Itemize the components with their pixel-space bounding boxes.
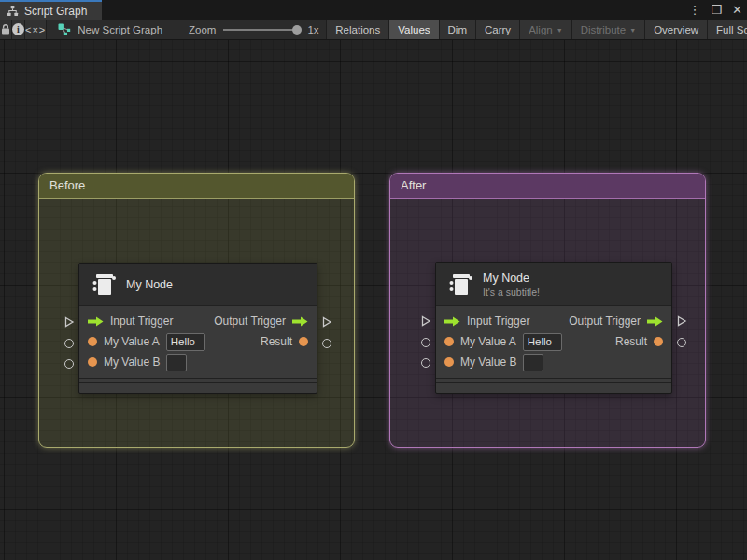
value-port-circle-icon bbox=[421, 338, 430, 347]
value-input-port-a[interactable] bbox=[420, 337, 431, 348]
node-header[interactable]: My Node bbox=[79, 264, 317, 306]
flow-out-arrow-icon[interactable] bbox=[647, 316, 663, 327]
zoom-slider-knob[interactable] bbox=[292, 25, 302, 35]
value-input-port-b[interactable] bbox=[420, 357, 431, 369]
relations-label: Relations bbox=[335, 24, 380, 35]
toolbar-graph-section: New Script Graph Zoom 1x bbox=[47, 20, 326, 39]
zoom-slider-track[interactable] bbox=[223, 29, 294, 31]
align-dropdown[interactable]: Align ▼ bbox=[519, 20, 571, 39]
node-body: Input Trigger Output Trigger My Value A … bbox=[79, 306, 317, 378]
code-toggle-button[interactable]: <×> bbox=[25, 20, 47, 39]
value-output-port[interactable] bbox=[676, 337, 687, 348]
chevron-down-icon: ▼ bbox=[557, 27, 563, 34]
flow-in-arrow-icon[interactable] bbox=[88, 316, 104, 327]
graph-canvas[interactable]: Before After bbox=[0, 40, 747, 560]
flow-in-arrow-icon[interactable] bbox=[444, 316, 460, 327]
value-pin-icon[interactable] bbox=[88, 337, 97, 346]
relations-button[interactable]: Relations bbox=[326, 20, 388, 39]
value-port-circle-icon bbox=[421, 358, 430, 368]
graph-icon bbox=[58, 23, 71, 36]
group-before-header[interactable]: Before bbox=[39, 174, 354, 199]
value-output-port[interactable] bbox=[321, 338, 332, 349]
node-body: Input Trigger Output Trigger My Value A … bbox=[436, 306, 671, 378]
unit-node-icon bbox=[445, 271, 473, 299]
node-footer bbox=[79, 382, 317, 393]
port-label-result: Result bbox=[261, 335, 292, 348]
node-title: My Node bbox=[126, 278, 173, 291]
close-icon[interactable]: ✕ bbox=[732, 0, 742, 20]
tab-label: Script Graph bbox=[24, 5, 87, 18]
value-pin-icon[interactable] bbox=[444, 357, 454, 367]
value-pin-icon[interactable] bbox=[444, 337, 454, 346]
port-label-input-trigger: Input Trigger bbox=[110, 315, 173, 328]
node-subtitle: It's a subtitle! bbox=[483, 287, 540, 298]
port-row-value-b: My Value B bbox=[436, 352, 671, 372]
distribute-label: Distribute bbox=[581, 24, 627, 35]
node-title: My Node bbox=[483, 272, 540, 285]
flow-port-triangle-icon bbox=[420, 315, 431, 327]
chevron-down-icon: ▼ bbox=[629, 27, 636, 34]
port-label-my-value-b: My Value B bbox=[460, 356, 516, 369]
carry-button[interactable]: Carry bbox=[475, 20, 519, 39]
toolbar: i <×> New Script Graph Zoom 1x Relations… bbox=[0, 20, 747, 40]
value-pin-icon[interactable] bbox=[299, 337, 308, 346]
group-before-label: Before bbox=[49, 178, 85, 192]
flow-port-triangle-icon bbox=[676, 315, 687, 327]
port-label-result: Result bbox=[615, 335, 647, 348]
values-label: Values bbox=[398, 24, 430, 35]
node-my-node-after[interactable]: My Node It's a subtitle! Input Trigger O… bbox=[435, 262, 672, 394]
overview-button[interactable]: Overview bbox=[644, 20, 707, 39]
flow-output-port[interactable] bbox=[321, 316, 332, 330]
port-label-my-value-b: My Value B bbox=[104, 356, 160, 369]
value-b-input[interactable] bbox=[166, 354, 187, 371]
port-label-output-trigger: Output Trigger bbox=[214, 315, 286, 328]
port-row-trigger: Input Trigger Output Trigger bbox=[436, 311, 671, 331]
info-button[interactable]: i bbox=[12, 20, 25, 39]
carry-label: Carry bbox=[485, 24, 511, 35]
flow-output-port[interactable] bbox=[676, 315, 687, 329]
graph-title: New Script Graph bbox=[78, 24, 162, 35]
full-screen-button[interactable]: Full Screen bbox=[707, 20, 747, 39]
code-icon: <×> bbox=[25, 24, 46, 35]
flow-port-triangle-icon bbox=[63, 316, 75, 328]
port-row-value-a: My Value A Result bbox=[436, 331, 671, 352]
port-row-value-a: My Value A Result bbox=[79, 331, 317, 352]
value-port-circle-icon bbox=[322, 339, 331, 348]
value-a-input[interactable] bbox=[523, 333, 562, 351]
flow-port-triangle-icon bbox=[321, 316, 332, 328]
value-input-port-a[interactable] bbox=[63, 338, 75, 349]
value-pin-icon[interactable] bbox=[654, 337, 663, 346]
value-port-circle-icon bbox=[677, 338, 686, 347]
flow-out-arrow-icon[interactable] bbox=[292, 316, 308, 327]
value-a-input[interactable] bbox=[166, 333, 205, 351]
distribute-dropdown[interactable]: Distribute ▼ bbox=[571, 20, 645, 39]
port-label-output-trigger: Output Trigger bbox=[569, 315, 641, 328]
value-b-input[interactable] bbox=[523, 354, 543, 371]
value-port-circle-icon bbox=[64, 359, 74, 369]
dim-button[interactable]: Dim bbox=[439, 20, 475, 39]
window-controls: ⋮ ❒ ✕ bbox=[688, 0, 742, 20]
flow-input-port[interactable] bbox=[63, 316, 75, 330]
zoom-slider[interactable] bbox=[223, 25, 302, 35]
value-input-port-b[interactable] bbox=[63, 358, 75, 370]
maximize-icon[interactable]: ❒ bbox=[711, 0, 722, 20]
dim-label: Dim bbox=[448, 24, 467, 35]
group-after-label: After bbox=[401, 178, 426, 192]
node-footer bbox=[436, 382, 671, 393]
info-icon: i bbox=[12, 23, 24, 35]
lock-icon bbox=[0, 23, 11, 35]
lock-button[interactable] bbox=[0, 20, 12, 39]
node-header[interactable]: My Node It's a subtitle! bbox=[436, 263, 671, 306]
unit-node-icon bbox=[89, 271, 117, 299]
values-button[interactable]: Values bbox=[388, 20, 438, 39]
flow-input-port[interactable] bbox=[420, 315, 431, 329]
port-row-trigger: Input Trigger Output Trigger bbox=[79, 311, 317, 331]
value-pin-icon[interactable] bbox=[88, 357, 97, 367]
port-row-value-b: My Value B bbox=[79, 352, 317, 372]
title-bar: Script Graph ⋮ ❒ ✕ bbox=[0, 0, 747, 20]
value-port-circle-icon bbox=[64, 339, 74, 348]
window-menu-icon[interactable]: ⋮ bbox=[688, 0, 700, 20]
tab-script-graph[interactable]: Script Graph bbox=[0, 0, 102, 20]
group-after-header[interactable]: After bbox=[390, 174, 705, 199]
node-my-node-before[interactable]: My Node Input Trigger Output Trigger My … bbox=[78, 263, 317, 394]
